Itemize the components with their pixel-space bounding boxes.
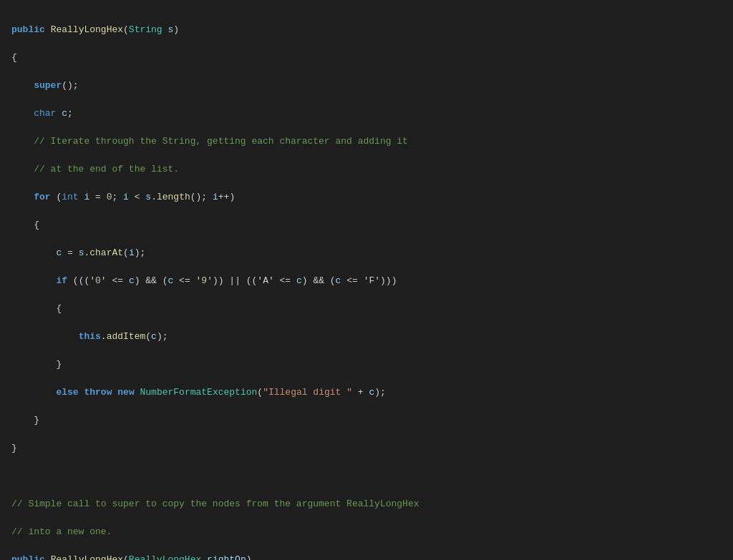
line-18: // Simple call to super to copy the node… xyxy=(11,497,722,511)
line-14: else throw new NumberFormatException("Il… xyxy=(11,385,722,400)
line-20: public ReallyLongHex(ReallyLongHex right… xyxy=(11,553,722,561)
line-1: public ReallyLongHex(String s) xyxy=(11,23,722,37)
line-10: if ((('0' <= c) && (c <= '9')) || (('A' … xyxy=(11,274,722,288)
line-11: { xyxy=(11,302,722,316)
line-15: } xyxy=(11,413,722,428)
line-13: } xyxy=(11,358,722,372)
line-4: char c; xyxy=(11,107,722,121)
line-19: // into a new one. xyxy=(11,525,722,539)
line-12: this.addItem(c); xyxy=(11,330,722,344)
line-5: // Iterate through the String, getting e… xyxy=(11,134,722,149)
line-9: c = s.charAt(i); xyxy=(11,246,722,260)
line-6: // at the end of the list. xyxy=(11,162,722,177)
code-editor: public ReallyLongHex(String s) { super()… xyxy=(0,6,733,560)
line-2: { xyxy=(11,51,722,65)
line-3: super(); xyxy=(11,79,722,93)
line-7: for (int i = 0; i < s.length(); i++) xyxy=(11,190,722,205)
line-16: } xyxy=(11,441,722,456)
line-8: { xyxy=(11,218,722,232)
line-17 xyxy=(11,469,722,483)
